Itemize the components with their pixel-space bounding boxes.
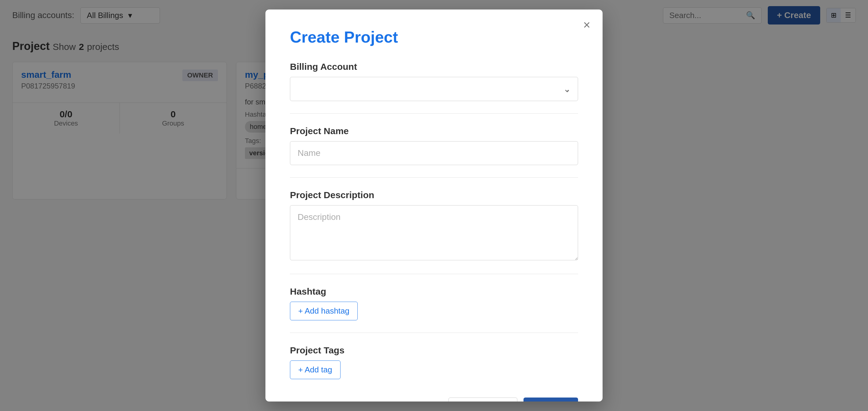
project-tags-label: Project Tags [290, 345, 578, 355]
chevron-down-icon: ⌄ [563, 84, 570, 94]
modal-overlay: × Create Project Billing Account ⌄ Proje… [0, 0, 868, 411]
modal-footer: CANCEL SAVE [290, 398, 578, 402]
billing-account-label: Billing Account [290, 62, 578, 72]
modal-close-button[interactable]: × [583, 19, 590, 31]
hashtag-section: Hashtag + Add hashtag [290, 286, 578, 320]
project-description-section: Project Description [290, 190, 578, 262]
create-project-modal: × Create Project Billing Account ⌄ Proje… [266, 9, 602, 402]
project-name-label: Project Name [290, 126, 578, 136]
modal-title: Create Project [290, 28, 578, 46]
project-tags-section: Project Tags + Add tag [290, 345, 578, 379]
project-name-section: Project Name [290, 126, 578, 165]
billing-account-select-wrapper: ⌄ [290, 77, 578, 101]
billing-account-section: Billing Account ⌄ [290, 62, 578, 101]
project-name-input[interactable] [290, 141, 578, 165]
add-hashtag-button[interactable]: + Add hashtag [290, 302, 358, 320]
project-description-label: Project Description [290, 190, 578, 200]
save-button[interactable]: SAVE [524, 398, 578, 402]
add-tag-button[interactable]: + Add tag [290, 361, 341, 379]
project-description-input[interactable] [290, 205, 578, 260]
billing-account-select[interactable]: ⌄ [290, 77, 578, 101]
cancel-button[interactable]: CANCEL [448, 398, 517, 402]
hashtag-label: Hashtag [290, 286, 578, 297]
